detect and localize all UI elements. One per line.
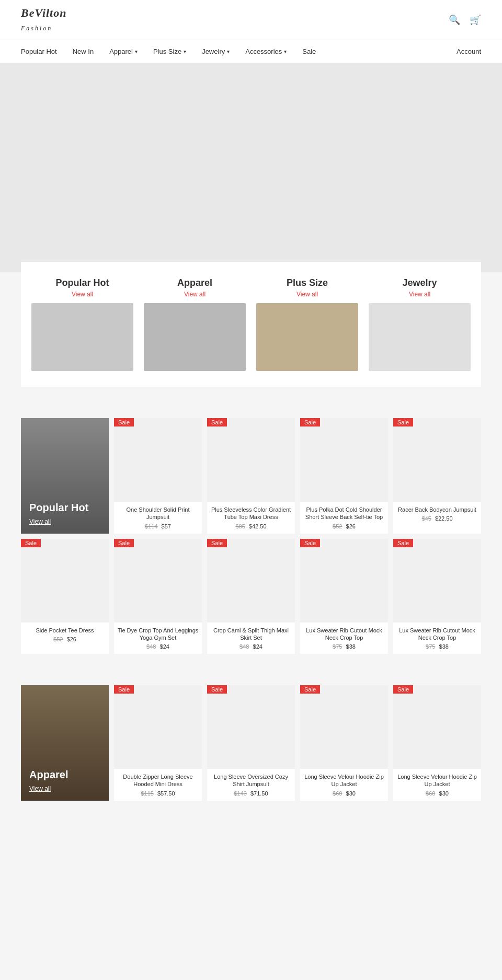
- category-apparel-image[interactable]: [144, 303, 246, 371]
- category-jewelry-image[interactable]: [369, 303, 471, 371]
- product-price: $85 $42.50: [210, 523, 292, 529]
- nav-popular-hot[interactable]: Popular Hot: [21, 48, 57, 55]
- category-popular-hot-image[interactable]: [31, 303, 133, 371]
- product-name: Lux Sweater Rib Cutout Mock Neck Crop To…: [396, 627, 478, 642]
- product-sale-price: $22.50: [435, 515, 453, 522]
- product-card[interactable]: Sale Lux Sweater Rib Cutout Mock Neck Cr…: [300, 539, 388, 654]
- product-name: One Shoulder Solid Print Jumpsuit: [117, 506, 199, 521]
- category-popular-hot-title: Popular Hot: [31, 278, 133, 289]
- apparel-featured-viewall[interactable]: View all: [29, 785, 68, 792]
- product-sale-price: $57: [162, 523, 171, 529]
- apparel-featured[interactable]: Apparel View all: [21, 685, 109, 801]
- product-name: Double Zipper Long Sleeve Hooded Mini Dr…: [117, 773, 199, 788]
- nav-sale[interactable]: Sale: [302, 48, 316, 55]
- nav-accessories[interactable]: Accessories ▾: [245, 48, 287, 55]
- category-plus-size-image[interactable]: [256, 303, 358, 371]
- sale-badge: Sale: [207, 539, 227, 547]
- product-card[interactable]: Sale Long Sleeve Velour Hoodie Zip Up Ja…: [393, 685, 481, 801]
- sale-badge: Sale: [300, 418, 320, 426]
- product-card[interactable]: Sale Crop Cami & Split Thigh Maxi Skirt …: [207, 539, 295, 654]
- product-price: $75 $38: [396, 643, 478, 650]
- product-sale-price: $71.50: [250, 790, 268, 797]
- product-price: $52 $26: [303, 523, 385, 529]
- chevron-down-icon: ▾: [227, 49, 230, 54]
- product-original-price: $45: [421, 515, 431, 522]
- apparel-section: Apparel View all Sale Double Zipper Long…: [0, 675, 502, 816]
- product-card[interactable]: Sale One Shoulder Solid Print Jumpsuit $…: [114, 418, 202, 534]
- product-original-price: $75: [426, 643, 435, 650]
- product-name: Plus Sleeveless Color Gradient Tube Top …: [210, 506, 292, 521]
- product-card[interactable]: Sale Plus Sleeveless Color Gradient Tube…: [207, 418, 295, 534]
- product-image: [114, 685, 202, 769]
- product-sale-price: $42.50: [249, 523, 267, 529]
- category-jewelry-title: Jewelry: [369, 278, 471, 289]
- product-name: Racer Back Bodycon Jumpsuit: [396, 506, 478, 513]
- product-image: [207, 418, 295, 502]
- product-sale-price: $26: [346, 523, 356, 529]
- nav-account[interactable]: Account: [457, 48, 481, 55]
- product-image: [300, 685, 388, 769]
- product-original-price: $52: [333, 523, 342, 529]
- product-sale-price: $24: [253, 643, 263, 650]
- product-image: [300, 418, 388, 502]
- sale-badge: Sale: [114, 418, 134, 426]
- main-nav: Popular Hot New In Apparel ▾ Plus Size ▾…: [0, 40, 502, 63]
- product-original-price: $85: [235, 523, 245, 529]
- site-logo[interactable]: BeViltonFashion: [21, 6, 66, 33]
- nav-jewelry[interactable]: Jewelry ▾: [202, 48, 230, 55]
- nav-apparel[interactable]: Apparel ▾: [109, 48, 138, 55]
- product-card[interactable]: Sale Plus Polka Dot Cold Shoulder Short …: [300, 418, 388, 534]
- product-price: $60 $30: [303, 790, 385, 797]
- product-card[interactable]: Sale Long Sleeve Velour Hoodie Zip Up Ja…: [300, 685, 388, 801]
- product-price: $114 $57: [117, 523, 199, 529]
- product-card[interactable]: Sale Lux Sweater Rib Cutout Mock Neck Cr…: [393, 539, 481, 654]
- product-sale-price: $38: [439, 643, 449, 650]
- product-price: $52 $26: [24, 636, 106, 642]
- product-name: Tie Dye Crop Top And Leggings Yoga Gym S…: [117, 627, 199, 642]
- product-original-price: $48: [146, 643, 156, 650]
- category-plus-size-viewall[interactable]: View all: [256, 291, 358, 298]
- product-image: [393, 685, 481, 769]
- sale-badge: Sale: [393, 539, 413, 547]
- product-sale-price: $30: [346, 790, 356, 797]
- popular-hot-section: Popular Hot View all Sale One Shoulder S…: [0, 408, 502, 664]
- sale-badge: Sale: [207, 685, 227, 694]
- popular-hot-featured[interactable]: Popular Hot View all: [21, 418, 109, 534]
- product-price: $115 $57.50: [117, 790, 199, 797]
- product-card[interactable]: Sale Racer Back Bodycon Jumpsuit $45 $22…: [393, 418, 481, 534]
- sale-badge: Sale: [114, 685, 134, 694]
- popular-hot-featured-viewall[interactable]: View all: [29, 518, 88, 525]
- site-header: BeViltonFashion 🔍 🛒: [0, 0, 502, 40]
- product-original-price: $60: [426, 790, 435, 797]
- search-icon[interactable]: 🔍: [449, 14, 460, 26]
- apparel-featured-title: Apparel: [29, 769, 68, 781]
- category-plus-size: Plus Size View all: [256, 278, 358, 371]
- product-sale-price: $30: [439, 790, 449, 797]
- cart-icon[interactable]: 🛒: [470, 14, 481, 26]
- popular-hot-featured-title: Popular Hot: [29, 502, 88, 514]
- product-original-price: $75: [333, 643, 342, 650]
- product-original-price: $60: [333, 790, 342, 797]
- product-image: [393, 539, 481, 622]
- category-popular-hot-viewall[interactable]: View all: [31, 291, 133, 298]
- category-apparel-viewall[interactable]: View all: [144, 291, 246, 298]
- section1-row1: Popular Hot View all Sale One Shoulder S…: [21, 418, 481, 534]
- product-price: $48 $24: [117, 643, 199, 650]
- product-card[interactable]: Sale Side Pocket Tee Dress $52 $26: [21, 539, 109, 654]
- chevron-down-icon: ▾: [184, 49, 186, 54]
- product-image: [393, 418, 481, 502]
- nav-plus-size[interactable]: Plus Size ▾: [153, 48, 186, 55]
- sale-badge: Sale: [207, 418, 227, 426]
- category-jewelry: Jewelry View all: [369, 278, 471, 371]
- product-card[interactable]: Sale Long Sleeve Oversized Cozy Shirt Ju…: [207, 685, 295, 801]
- product-card[interactable]: Sale Tie Dye Crop Top And Leggings Yoga …: [114, 539, 202, 654]
- product-card[interactable]: Sale Double Zipper Long Sleeve Hooded Mi…: [114, 685, 202, 801]
- product-original-price: $115: [141, 790, 153, 797]
- sale-badge: Sale: [393, 418, 413, 426]
- product-sale-price: $24: [160, 643, 169, 650]
- product-image: [114, 418, 202, 502]
- product-image: [207, 685, 295, 769]
- product-image: [21, 539, 109, 622]
- nav-new-in[interactable]: New In: [73, 48, 94, 55]
- category-jewelry-viewall[interactable]: View all: [369, 291, 471, 298]
